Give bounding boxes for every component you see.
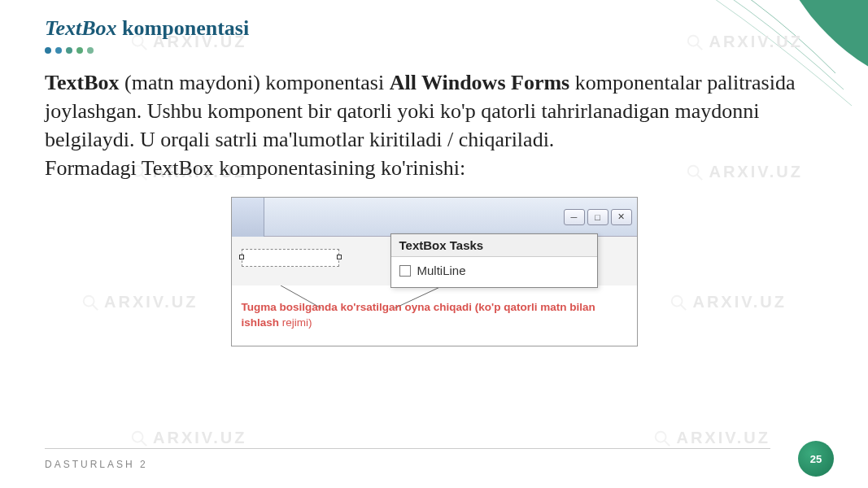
window-titlebar: ─ □ ✕ [232,198,637,237]
title-rest: komponentasi [117,16,250,40]
body-paragraph-1: TextBox (matn maydoni) komponentasi All … [45,68,823,154]
body-paragraph-2: Formadagi TextBox komponentasining ko'ri… [45,154,823,182]
title-emphasis: TextBox [45,16,117,40]
footer: DASTURLASH 2 [45,459,823,470]
title-underline-dots [45,47,823,54]
figure-caption-area: Tugma bosilganda ko'rsatilgan oyna chiqa… [232,285,637,346]
textbox-control[interactable] [242,249,339,267]
watermark: ARXIV.UZ [130,429,247,447]
window-maximize-button[interactable]: □ [587,209,608,225]
svg-point-14 [656,431,666,442]
window-close-button[interactable]: ✕ [611,209,632,225]
bold-textbox: TextBox [45,71,120,94]
popup-title: TextBox Tasks [391,234,597,257]
page-number-badge: 25 [798,441,834,477]
screenshot-figure: ─ □ ✕ TextBox Tasks MultiLine Tugma bosi [231,197,638,346]
slide-title: TextBox komponentasi [45,16,823,41]
textbox-tasks-popup: TextBox Tasks MultiLine [390,233,598,288]
figure-caption: Tugma bosilganda ko'rsatilgan oyna chiqa… [242,300,627,331]
watermark: ARXIV.UZ [653,429,770,447]
popup-body: MultiLine [391,257,597,287]
svg-line-15 [665,440,670,445]
bold-allwinforms: All Windows Forms [390,71,570,94]
footer-divider [45,448,770,449]
resize-handle[interactable] [239,255,244,259]
window-left-strip [232,198,264,237]
multiline-label: MultiLine [417,264,466,277]
multiline-checkbox[interactable] [399,265,411,277]
footer-label: DASTURLASH 2 [45,459,148,470]
svg-point-12 [133,431,143,442]
svg-line-13 [142,440,146,445]
window-minimize-button[interactable]: ─ [564,209,585,225]
resize-handle[interactable] [337,255,342,259]
